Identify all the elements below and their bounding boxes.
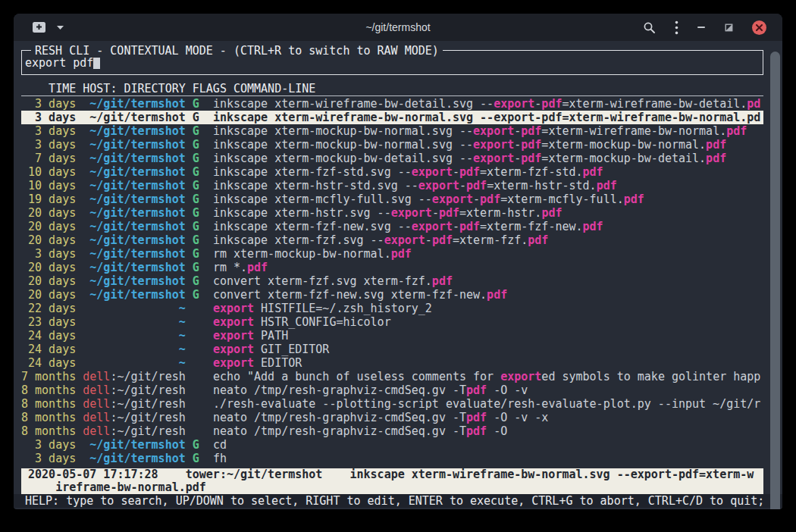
search-query-text: export pdf xyxy=(25,56,93,70)
desktop-background: { "window": { "title": "~/git/termshot" … xyxy=(0,0,796,532)
history-row[interactable]: 20 days ~/git/termshot G rm *.pdf xyxy=(21,261,763,274)
chevron-down-icon xyxy=(56,25,64,30)
history-row[interactable]: 20 days ~/git/termshot G inkscape xterm-… xyxy=(21,233,763,247)
history-row[interactable]: 20 days ~/git/termshot G inkscape xterm-… xyxy=(21,206,763,220)
resh-search-box: RESH CLI - CONTEXTUAL MODE - (CTRL+R to … xyxy=(21,50,763,75)
history-list: 3 days ~/git/termshot G inkscape xterm-w… xyxy=(21,97,763,465)
terminal-window: ~/git/termshot xyxy=(14,14,782,509)
search-button[interactable] xyxy=(643,21,656,34)
new-tab-terminal-icon xyxy=(32,21,46,33)
history-row[interactable]: 20 days ~/git/termshot G inkscape xterm-… xyxy=(21,220,763,233)
history-row[interactable]: 7 days ~/git/termshot G inkscape xterm-m… xyxy=(21,152,763,165)
close-button[interactable] xyxy=(752,20,766,35)
resh-mode-title: RESH CLI - CONTEXTUAL MODE - (CTRL+R to … xyxy=(31,44,443,58)
help-line: HELP: type to search, UP/DOWN to select,… xyxy=(14,494,782,508)
history-row[interactable]: 10 days ~/git/termshot G inkscape xterm-… xyxy=(21,179,763,192)
history-row[interactable]: 10 days ~/git/termshot G inkscape xterm-… xyxy=(21,165,763,179)
history-row[interactable]: 3 days ~/git/termshot G inkscape xterm-m… xyxy=(21,138,763,152)
menu-button[interactable] xyxy=(675,20,678,35)
history-row[interactable]: 8 months dell:~/git/resh neato /tmp/resh… xyxy=(21,424,763,438)
history-row[interactable]: 7 months dell:~/git/resh echo "Add a bun… xyxy=(21,370,763,383)
history-row[interactable]: 23 days ~ export HSTR_CONFIG=hicolor xyxy=(21,315,763,329)
minimize-button[interactable] xyxy=(697,26,706,29)
history-row[interactable]: 3 days ~/git/termshot G inkscape xterm-m… xyxy=(21,124,763,138)
history-row[interactable]: 24 days ~ export PATH xyxy=(21,329,763,343)
scrollbar-thumb[interactable] xyxy=(770,52,780,509)
history-row[interactable]: 8 months dell:~/git/resh ./resh-evaluate… xyxy=(21,397,763,411)
close-icon xyxy=(756,24,763,31)
history-row[interactable]: 3 days ~/git/termshot G cd xyxy=(21,438,763,452)
history-row[interactable]: 19 days ~/git/termshot G inkscape xterm-… xyxy=(21,192,763,206)
history-row[interactable]: 3 days ~/git/termshot G inkscape xterm-w… xyxy=(21,97,763,111)
history-row[interactable]: 22 days ~ export HISTFILE=~/.zsh_history… xyxy=(21,302,763,315)
minimize-icon xyxy=(697,26,706,29)
status-line-1: 2020-05-07 17:17:28 tower:~/git/termshot… xyxy=(21,468,763,481)
table-header: TIME HOST: DIRECTORY FLAGS COMMAND-LINE xyxy=(21,83,763,96)
status-bar: 2020-05-07 17:17:28 tower:~/git/termshot… xyxy=(21,468,763,494)
history-row[interactable]: 3 days ~/git/termshot G rm xterm-mockup-… xyxy=(21,247,763,261)
history-row[interactable]: 24 days ~ export EDITOR xyxy=(21,356,763,370)
history-row[interactable]: 20 days ~/git/termshot G convert xterm-f… xyxy=(21,274,763,288)
restore-window-icon xyxy=(725,23,733,32)
history-row[interactable]: 3 days ~/git/termshot G fh xyxy=(21,452,763,465)
text-cursor xyxy=(93,57,100,69)
restore-button[interactable] xyxy=(725,23,733,32)
history-row[interactable]: 24 days ~ export GIT_EDITOR xyxy=(21,343,763,356)
search-icon xyxy=(643,21,656,34)
terminal-content: RESH CLI - CONTEXTUAL MODE - (CTRL+R to … xyxy=(14,50,782,509)
history-row[interactable]: 8 months dell:~/git/resh neato /tmp/resh… xyxy=(21,411,763,424)
history-row[interactable]: 20 days ~/git/termshot G convert xterm-f… xyxy=(21,288,763,302)
new-tab-button[interactable] xyxy=(32,21,46,33)
history-row-selected[interactable]: 3 days ~/git/termshot G inkscape xterm-w… xyxy=(21,111,763,124)
titlebar[interactable]: ~/git/termshot xyxy=(14,14,782,41)
history-row[interactable]: 8 months dell:~/git/resh neato /tmp/resh… xyxy=(21,383,763,397)
kebab-menu-icon xyxy=(675,20,678,35)
status-line-2: ireframe-bw-normal.pdf xyxy=(21,481,763,494)
tab-dropdown-button[interactable] xyxy=(56,25,64,30)
